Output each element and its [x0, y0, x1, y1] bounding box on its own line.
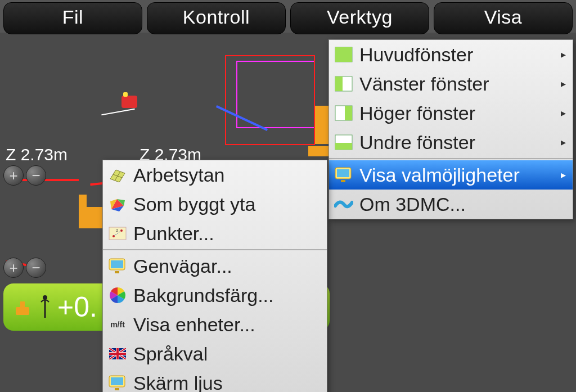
menu-item-label: Genvägar...: [133, 255, 232, 277]
visa-dropdown: Huvudfönster ▸ Vänster fönster ▸ Höger f…: [328, 39, 573, 219]
window-left-icon: [334, 74, 354, 94]
chevron-right-icon: ▸: [561, 169, 566, 181]
chevron-right-icon: ▸: [561, 78, 566, 90]
chevron-right-icon: ▸: [561, 107, 566, 119]
menu-visa-enheter[interactable]: m/ft Visa enheter...: [103, 310, 327, 339]
menu-vanster-fonster[interactable]: Vänster fönster ▸: [329, 69, 573, 98]
chevron-right-icon: ▸: [561, 48, 566, 61]
status-value: +0.: [57, 291, 97, 323]
svg-rect-9: [345, 106, 352, 120]
about-icon: [334, 194, 354, 214]
menu-item-label: Skärm ljus: [133, 372, 223, 393]
menu-item-label: Punkter...: [133, 223, 214, 245]
menu-som-byggt-yta[interactable]: Som byggt yta: [103, 190, 327, 219]
menu-undre-fonster[interactable]: Undre fönster ▸: [329, 128, 573, 157]
monitor-icon: [334, 165, 354, 185]
menu-bakgrundsfarg[interactable]: Bakgrundsfärg...: [103, 281, 327, 310]
menu-punkter[interactable]: 2 Punkter...: [103, 219, 327, 248]
visa-valmojligheter-submenu: Arbetsytan Som byggt yta 2 Punkter... Ge…: [102, 160, 327, 392]
menubar: Fil Kontroll Verktyg Visa: [0, 0, 576, 37]
surface-icon: [107, 194, 128, 214]
svg-rect-36: [115, 388, 119, 390]
menu-item-label: Om 3DMC...: [359, 193, 466, 215]
zoom-out-icon[interactable]: −: [26, 165, 46, 186]
menu-item-label: Vänster fönster: [359, 73, 489, 95]
units-icon: m/ft: [107, 314, 128, 335]
menu-item-label: Visa enheter...: [133, 314, 255, 336]
menu-item-label: Huvudfönster: [359, 44, 473, 66]
zoom-in-icon[interactable]: +: [3, 165, 24, 186]
menu-item-label: Som byggt yta: [133, 193, 255, 215]
svg-rect-0: [16, 307, 29, 315]
svg-rect-35: [111, 377, 123, 385]
window-right-icon: [334, 103, 354, 123]
menu-separator: [329, 158, 573, 159]
svg-rect-7: [335, 76, 343, 91]
menu-item-label: Språkval: [133, 343, 208, 365]
flag-icon: [107, 344, 128, 364]
machine-icon: [122, 96, 137, 108]
svg-rect-27: [111, 260, 123, 268]
zoom-controls-lower: + −: [3, 258, 46, 278]
svg-rect-1: [20, 301, 25, 307]
menu-verktyg[interactable]: Verktyg: [290, 2, 429, 34]
menu-skarm-ljus[interactable]: Skärm ljus: [103, 368, 327, 392]
menu-separator: [103, 249, 327, 250]
svg-text:2: 2: [116, 228, 119, 233]
chevron-right-icon: ▸: [561, 136, 566, 148]
zoom-out-icon[interactable]: −: [26, 258, 46, 278]
zoom-controls-upper: + −: [3, 165, 46, 186]
menu-item-label: Bakgrundsfärg...: [133, 285, 273, 307]
menu-hoger-fonster[interactable]: Höger fönster ▸: [329, 98, 573, 128]
svg-rect-28: [115, 271, 119, 273]
z-value-left: Z 2.73m: [6, 145, 68, 164]
svg-rect-14: [341, 180, 345, 182]
machine-status-icon: [12, 296, 33, 318]
window-main-icon: [334, 44, 354, 65]
svg-point-3: [43, 295, 47, 300]
menu-item-label: Arbetsytan: [133, 164, 225, 186]
svg-rect-13: [337, 169, 349, 177]
menu-visa[interactable]: Visa: [434, 2, 573, 34]
menu-item-label: Visa valmöjligheter: [359, 164, 520, 186]
shortcuts-icon: [107, 256, 128, 276]
menu-sprakval[interactable]: Språkval: [103, 339, 327, 368]
svg-rect-5: [335, 47, 352, 62]
menu-item-label: Höger fönster: [359, 102, 475, 124]
menu-arbetsytan[interactable]: Arbetsytan: [103, 160, 327, 190]
menu-genvagar[interactable]: Genvägar...: [103, 251, 327, 281]
colorwheel-icon: [107, 285, 128, 305]
menu-huvudfonster[interactable]: Huvudfönster ▸: [329, 40, 573, 69]
menu-om-3dmc[interactable]: Om 3DMC...: [329, 190, 573, 219]
menu-kontroll[interactable]: Kontroll: [147, 2, 286, 34]
antenna-icon: [39, 294, 51, 320]
zoom-in-icon[interactable]: +: [3, 258, 24, 278]
menu-visa-valmojligheter[interactable]: Visa valmöjligheter ▸: [329, 160, 573, 190]
window-bottom-icon: [334, 132, 354, 152]
svg-rect-33: [109, 353, 126, 355]
workspace-icon: [107, 165, 128, 185]
menu-fil[interactable]: Fil: [3, 2, 142, 34]
menu-item-label: Undre fönster: [359, 132, 475, 154]
screen-icon: [107, 373, 128, 392]
svg-rect-11: [335, 143, 352, 150]
points-icon: 2: [107, 223, 128, 244]
